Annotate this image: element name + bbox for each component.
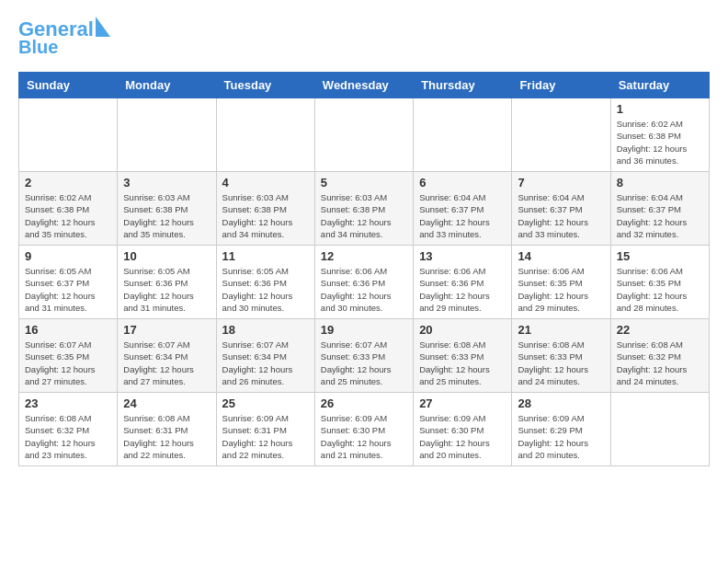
day-number: 19 [321,323,407,337]
weekday-header-thursday: Thursday [414,73,512,98]
logo-text: General [18,18,94,40]
day-number: 16 [25,323,111,337]
day-info: Sunrise: 6:03 AM Sunset: 6:38 PM Dayligh… [222,191,309,240]
day-info: Sunrise: 6:04 AM Sunset: 6:37 PM Dayligh… [617,191,703,240]
day-number: 6 [419,176,506,190]
week-row-4: 23Sunrise: 6:08 AM Sunset: 6:32 PM Dayli… [19,393,710,466]
day-info: Sunrise: 6:07 AM Sunset: 6:34 PM Dayligh… [222,339,309,387]
weekday-header-tuesday: Tuesday [216,73,314,98]
day-cell: 5Sunrise: 6:03 AM Sunset: 6:38 PM Daylig… [314,172,413,246]
day-number: 13 [419,249,506,263]
day-cell [512,98,610,172]
day-number: 2 [25,176,111,190]
day-cell: 14Sunrise: 6:06 AM Sunset: 6:35 PM Dayli… [512,246,610,319]
weekday-header-friday: Friday [512,73,610,98]
day-info: Sunrise: 6:08 AM Sunset: 6:31 PM Dayligh… [123,412,210,461]
day-cell: 20Sunrise: 6:08 AM Sunset: 6:33 PM Dayli… [414,319,512,393]
day-info: Sunrise: 6:07 AM Sunset: 6:33 PM Dayligh… [321,339,407,387]
day-info: Sunrise: 6:05 AM Sunset: 6:36 PM Dayligh… [123,265,210,314]
day-info: Sunrise: 6:09 AM Sunset: 6:30 PM Dayligh… [419,412,506,461]
day-info: Sunrise: 6:08 AM Sunset: 6:33 PM Dayligh… [518,339,604,387]
day-number: 17 [123,323,210,337]
day-number: 12 [321,249,407,263]
day-cell: 24Sunrise: 6:08 AM Sunset: 6:31 PM Dayli… [118,393,216,466]
day-info: Sunrise: 6:05 AM Sunset: 6:36 PM Dayligh… [222,265,309,314]
day-number: 11 [222,249,309,263]
day-cell: 21Sunrise: 6:08 AM Sunset: 6:33 PM Dayli… [512,319,610,393]
day-number: 4 [222,176,309,190]
day-cell: 18Sunrise: 6:07 AM Sunset: 6:34 PM Dayli… [216,319,314,393]
day-number: 26 [321,396,407,410]
day-cell: 1Sunrise: 6:02 AM Sunset: 6:38 PM Daylig… [610,98,709,172]
day-cell [610,393,709,466]
day-info: Sunrise: 6:07 AM Sunset: 6:34 PM Dayligh… [123,339,210,387]
weekday-header-saturday: Saturday [610,73,709,98]
day-cell: 10Sunrise: 6:05 AM Sunset: 6:36 PM Dayli… [118,246,216,319]
day-info: Sunrise: 6:06 AM Sunset: 6:36 PM Dayligh… [321,265,407,314]
day-number: 24 [123,396,210,410]
day-number: 7 [518,176,604,190]
day-number: 8 [617,176,703,190]
week-row-1: 2Sunrise: 6:02 AM Sunset: 6:38 PM Daylig… [19,172,710,246]
day-info: Sunrise: 6:06 AM Sunset: 6:36 PM Dayligh… [419,265,506,314]
day-cell: 3Sunrise: 6:03 AM Sunset: 6:38 PM Daylig… [118,172,216,246]
day-cell: 27Sunrise: 6:09 AM Sunset: 6:30 PM Dayli… [414,393,512,466]
day-cell: 19Sunrise: 6:07 AM Sunset: 6:33 PM Dayli… [314,319,413,393]
day-cell: 2Sunrise: 6:02 AM Sunset: 6:38 PM Daylig… [19,172,118,246]
weekday-header-row: SundayMondayTuesdayWednesdayThursdayFrid… [19,73,710,98]
weekday-header-sunday: Sunday [19,73,118,98]
day-cell: 26Sunrise: 6:09 AM Sunset: 6:30 PM Dayli… [314,393,413,466]
day-number: 18 [222,323,309,337]
day-number: 27 [419,396,506,410]
day-cell: 7Sunrise: 6:04 AM Sunset: 6:37 PM Daylig… [512,172,610,246]
day-number: 21 [518,323,604,337]
day-cell: 8Sunrise: 6:04 AM Sunset: 6:37 PM Daylig… [610,172,709,246]
day-info: Sunrise: 6:09 AM Sunset: 6:31 PM Dayligh… [222,412,309,461]
day-info: Sunrise: 6:06 AM Sunset: 6:35 PM Dayligh… [518,265,604,314]
day-info: Sunrise: 6:04 AM Sunset: 6:37 PM Dayligh… [419,191,506,240]
day-number: 28 [518,396,604,410]
day-info: Sunrise: 6:07 AM Sunset: 6:35 PM Dayligh… [25,339,111,387]
week-row-3: 16Sunrise: 6:07 AM Sunset: 6:35 PM Dayli… [19,319,710,393]
day-cell: 15Sunrise: 6:06 AM Sunset: 6:35 PM Dayli… [610,246,709,319]
day-number: 1 [617,102,703,116]
day-cell: 11Sunrise: 6:05 AM Sunset: 6:36 PM Dayli… [216,246,314,319]
day-cell [314,98,413,172]
day-info: Sunrise: 6:08 AM Sunset: 6:33 PM Dayligh… [419,339,506,387]
day-cell [216,98,314,172]
day-cell [118,98,216,172]
calendar: SundayMondayTuesdayWednesdayThursdayFrid… [18,72,710,466]
day-number: 9 [25,249,111,263]
day-cell: 9Sunrise: 6:05 AM Sunset: 6:37 PM Daylig… [19,246,118,319]
day-cell: 25Sunrise: 6:09 AM Sunset: 6:31 PM Dayli… [216,393,314,466]
day-number: 5 [321,176,407,190]
day-cell: 16Sunrise: 6:07 AM Sunset: 6:35 PM Dayli… [19,319,118,393]
day-number: 25 [222,396,309,410]
day-cell: 28Sunrise: 6:09 AM Sunset: 6:29 PM Dayli… [512,393,610,466]
week-row-0: 1Sunrise: 6:02 AM Sunset: 6:38 PM Daylig… [19,98,710,172]
day-cell: 23Sunrise: 6:08 AM Sunset: 6:32 PM Dayli… [19,393,118,466]
weekday-header-monday: Monday [118,73,216,98]
day-cell: 13Sunrise: 6:06 AM Sunset: 6:36 PM Dayli… [414,246,512,319]
day-info: Sunrise: 6:09 AM Sunset: 6:29 PM Dayligh… [518,412,604,461]
day-cell: 17Sunrise: 6:07 AM Sunset: 6:34 PM Dayli… [118,319,216,393]
day-cell: 6Sunrise: 6:04 AM Sunset: 6:37 PM Daylig… [414,172,512,246]
day-info: Sunrise: 6:08 AM Sunset: 6:32 PM Dayligh… [617,339,703,387]
day-cell [19,98,118,172]
day-info: Sunrise: 6:04 AM Sunset: 6:37 PM Dayligh… [518,191,604,240]
day-info: Sunrise: 6:05 AM Sunset: 6:37 PM Dayligh… [25,265,111,314]
day-info: Sunrise: 6:06 AM Sunset: 6:35 PM Dayligh… [617,265,703,314]
day-info: Sunrise: 6:09 AM Sunset: 6:30 PM Dayligh… [321,412,407,461]
day-info: Sunrise: 6:03 AM Sunset: 6:38 PM Dayligh… [123,191,210,240]
day-number: 22 [617,323,703,337]
day-cell: 12Sunrise: 6:06 AM Sunset: 6:36 PM Dayli… [314,246,413,319]
weekday-header-wednesday: Wednesday [314,73,413,98]
week-row-2: 9Sunrise: 6:05 AM Sunset: 6:37 PM Daylig… [19,246,710,319]
day-number: 15 [617,249,703,263]
day-cell: 4Sunrise: 6:03 AM Sunset: 6:38 PM Daylig… [216,172,314,246]
day-cell: 22Sunrise: 6:08 AM Sunset: 6:32 PM Dayli… [610,319,709,393]
day-number: 3 [123,176,210,190]
day-number: 10 [123,249,210,263]
day-info: Sunrise: 6:02 AM Sunset: 6:38 PM Dayligh… [25,191,111,240]
header: General Blue [18,18,710,57]
